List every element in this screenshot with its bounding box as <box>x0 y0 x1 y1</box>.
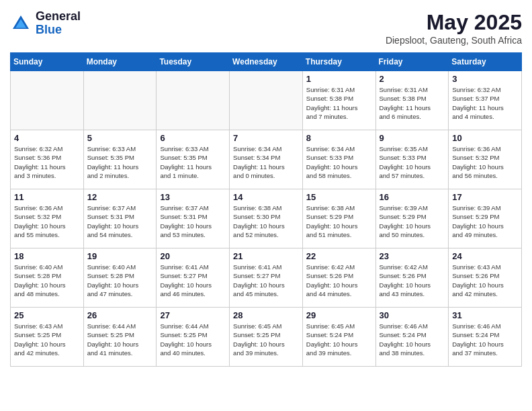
day-info: Sunrise: 6:31 AMSunset: 5:38 PMDaylight:… <box>380 85 445 121</box>
col-friday: Friday <box>375 53 449 71</box>
day-number: 18 <box>14 251 80 261</box>
table-row: 23Sunrise: 6:42 AMSunset: 5:26 PMDayligh… <box>375 248 449 308</box>
day-number: 7 <box>233 133 299 143</box>
col-sunday: Sunday <box>11 53 84 71</box>
day-info: Sunrise: 6:45 AMSunset: 5:24 PMDaylight:… <box>306 322 372 357</box>
day-info: Sunrise: 6:33 AMSunset: 5:35 PMDaylight:… <box>87 144 153 180</box>
col-saturday: Saturday <box>449 53 522 71</box>
day-number: 12 <box>87 192 153 202</box>
table-row: 31Sunrise: 6:46 AMSunset: 5:24 PMDayligh… <box>449 308 522 367</box>
title-block: May 2025 Diepsloot, Gauteng, South Afric… <box>386 10 522 46</box>
day-info: Sunrise: 6:34 AMSunset: 5:33 PMDaylight:… <box>306 144 372 180</box>
table-row: 16Sunrise: 6:39 AMSunset: 5:29 PMDayligh… <box>375 189 449 248</box>
table-row <box>11 71 84 130</box>
day-info: Sunrise: 6:40 AMSunset: 5:28 PMDaylight:… <box>87 263 153 298</box>
day-info: Sunrise: 6:35 AMSunset: 5:33 PMDaylight:… <box>380 144 445 180</box>
table-row: 26Sunrise: 6:44 AMSunset: 5:25 PMDayligh… <box>83 308 157 367</box>
table-row: 9Sunrise: 6:35 AMSunset: 5:33 PMDaylight… <box>375 130 449 189</box>
calendar-week-row: 18Sunrise: 6:40 AMSunset: 5:28 PMDayligh… <box>11 248 522 308</box>
day-info: Sunrise: 6:36 AMSunset: 5:32 PMDaylight:… <box>14 203 80 239</box>
day-number: 8 <box>306 133 372 143</box>
day-info: Sunrise: 6:39 AMSunset: 5:29 PMDaylight:… <box>380 203 445 239</box>
day-number: 15 <box>306 192 372 202</box>
table-row: 15Sunrise: 6:38 AMSunset: 5:29 PMDayligh… <box>302 189 375 248</box>
day-number: 19 <box>87 251 153 261</box>
table-row: 21Sunrise: 6:41 AMSunset: 5:27 PMDayligh… <box>230 248 303 308</box>
table-row: 25Sunrise: 6:43 AMSunset: 5:25 PMDayligh… <box>11 308 84 367</box>
day-number: 5 <box>87 133 153 143</box>
day-info: Sunrise: 6:45 AMSunset: 5:25 PMDaylight:… <box>233 322 299 357</box>
table-row: 19Sunrise: 6:40 AMSunset: 5:28 PMDayligh… <box>83 248 157 308</box>
day-info: Sunrise: 6:44 AMSunset: 5:25 PMDaylight:… <box>160 322 226 357</box>
table-row <box>83 71 157 130</box>
day-info: Sunrise: 6:43 AMSunset: 5:25 PMDaylight:… <box>14 322 80 357</box>
calendar-table: Sunday Monday Tuesday Wednesday Thursday… <box>10 52 522 367</box>
day-number: 20 <box>160 251 226 261</box>
table-row: 20Sunrise: 6:41 AMSunset: 5:27 PMDayligh… <box>157 248 230 308</box>
calendar-week-row: 25Sunrise: 6:43 AMSunset: 5:25 PMDayligh… <box>11 308 522 367</box>
day-number: 30 <box>380 310 445 320</box>
day-number: 9 <box>380 133 445 143</box>
day-info: Sunrise: 6:43 AMSunset: 5:26 PMDaylight:… <box>452 263 518 298</box>
logo: General Blue <box>10 10 81 37</box>
table-row: 24Sunrise: 6:43 AMSunset: 5:26 PMDayligh… <box>449 248 522 308</box>
table-row: 27Sunrise: 6:44 AMSunset: 5:25 PMDayligh… <box>157 308 230 367</box>
table-row: 2Sunrise: 6:31 AMSunset: 5:38 PMDaylight… <box>375 71 449 130</box>
day-number: 14 <box>233 192 299 202</box>
day-number: 24 <box>452 251 518 261</box>
table-row: 14Sunrise: 6:38 AMSunset: 5:30 PMDayligh… <box>230 189 303 248</box>
day-info: Sunrise: 6:34 AMSunset: 5:34 PMDaylight:… <box>233 144 299 180</box>
calendar-week-row: 11Sunrise: 6:36 AMSunset: 5:32 PMDayligh… <box>11 189 522 248</box>
table-row <box>230 71 303 130</box>
table-row: 11Sunrise: 6:36 AMSunset: 5:32 PMDayligh… <box>11 189 84 248</box>
table-row: 5Sunrise: 6:33 AMSunset: 5:35 PMDaylight… <box>83 130 157 189</box>
day-number: 16 <box>380 192 445 202</box>
day-info: Sunrise: 6:44 AMSunset: 5:25 PMDaylight:… <box>87 322 153 357</box>
day-number: 11 <box>14 192 80 202</box>
day-info: Sunrise: 6:33 AMSunset: 5:35 PMDaylight:… <box>160 144 226 180</box>
table-row: 7Sunrise: 6:34 AMSunset: 5:34 PMDaylight… <box>230 130 303 189</box>
table-row: 12Sunrise: 6:37 AMSunset: 5:31 PMDayligh… <box>83 189 157 248</box>
location: Diepsloot, Gauteng, South Africa <box>386 35 522 46</box>
day-number: 3 <box>452 74 518 84</box>
col-thursday: Thursday <box>302 53 375 71</box>
calendar-week-row: 1Sunrise: 6:31 AMSunset: 5:38 PMDaylight… <box>11 71 522 130</box>
col-tuesday: Tuesday <box>157 53 230 71</box>
calendar-week-row: 4Sunrise: 6:32 AMSunset: 5:36 PMDaylight… <box>11 130 522 189</box>
page-header: General Blue May 2025 Diepsloot, Gauteng… <box>10 10 522 46</box>
day-info: Sunrise: 6:38 AMSunset: 5:29 PMDaylight:… <box>306 203 372 239</box>
day-info: Sunrise: 6:36 AMSunset: 5:32 PMDaylight:… <box>452 144 518 180</box>
table-row <box>157 71 230 130</box>
day-number: 26 <box>87 310 153 320</box>
day-number: 27 <box>160 310 226 320</box>
day-info: Sunrise: 6:38 AMSunset: 5:30 PMDaylight:… <box>233 203 299 239</box>
day-info: Sunrise: 6:42 AMSunset: 5:26 PMDaylight:… <box>306 263 372 298</box>
month-title: May 2025 <box>386 10 522 35</box>
day-number: 1 <box>306 74 372 84</box>
day-info: Sunrise: 6:37 AMSunset: 5:31 PMDaylight:… <box>160 203 226 239</box>
logo-icon <box>10 13 32 34</box>
table-row: 13Sunrise: 6:37 AMSunset: 5:31 PMDayligh… <box>157 189 230 248</box>
day-number: 31 <box>452 310 518 320</box>
logo-text: General Blue <box>36 10 81 37</box>
day-info: Sunrise: 6:37 AMSunset: 5:31 PMDaylight:… <box>87 203 153 239</box>
table-row: 30Sunrise: 6:46 AMSunset: 5:24 PMDayligh… <box>375 308 449 367</box>
day-info: Sunrise: 6:32 AMSunset: 5:36 PMDaylight:… <box>14 144 80 180</box>
table-row: 1Sunrise: 6:31 AMSunset: 5:38 PMDaylight… <box>302 71 375 130</box>
table-row: 10Sunrise: 6:36 AMSunset: 5:32 PMDayligh… <box>449 130 522 189</box>
table-row: 28Sunrise: 6:45 AMSunset: 5:25 PMDayligh… <box>230 308 303 367</box>
calendar-header-row: Sunday Monday Tuesday Wednesday Thursday… <box>11 53 522 71</box>
col-wednesday: Wednesday <box>230 53 303 71</box>
table-row: 3Sunrise: 6:32 AMSunset: 5:37 PMDaylight… <box>449 71 522 130</box>
table-row: 18Sunrise: 6:40 AMSunset: 5:28 PMDayligh… <box>11 248 84 308</box>
day-info: Sunrise: 6:32 AMSunset: 5:37 PMDaylight:… <box>452 85 518 121</box>
day-number: 10 <box>452 133 518 143</box>
day-number: 13 <box>160 192 226 202</box>
day-number: 21 <box>233 251 299 261</box>
day-number: 2 <box>380 74 445 84</box>
day-number: 29 <box>306 310 372 320</box>
day-number: 25 <box>14 310 80 320</box>
table-row: 22Sunrise: 6:42 AMSunset: 5:26 PMDayligh… <box>302 248 375 308</box>
day-info: Sunrise: 6:31 AMSunset: 5:38 PMDaylight:… <box>306 85 372 121</box>
day-number: 22 <box>306 251 372 261</box>
